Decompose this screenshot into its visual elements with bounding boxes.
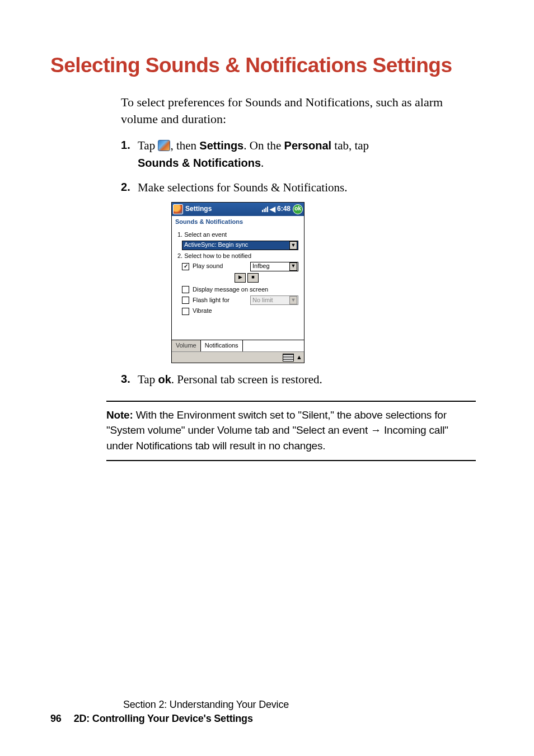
step-1-personal: Personal	[284, 139, 331, 152]
page-title: Selecting Sounds & Notifications Setting…	[50, 54, 484, 77]
vibrate-checkbox[interactable]	[182, 308, 189, 315]
footer-section: Section 2: Understanding Your Device	[50, 699, 289, 711]
flash-light-label: Flash light for	[193, 296, 229, 305]
flash-duration-dropdown: No limit ▼	[250, 295, 298, 305]
start-icon	[158, 140, 170, 151]
ppc-titlebar: Settings ◀ 6:48 ok	[172, 203, 304, 216]
step-1: Tap , then Settings. On the Personal tab…	[121, 137, 479, 171]
footer-chapter: 2D: Controlling Your Device's Settings	[74, 713, 253, 724]
step-2: Make selections for Sounds & Notificatio…	[121, 179, 479, 363]
step-3-ok: ok	[158, 373, 171, 386]
ok-button[interactable]: ok	[293, 204, 303, 214]
display-message-row: Display message on screen	[182, 285, 298, 294]
play-sound-row: ✓ Play sound Infbeg ▼	[182, 262, 298, 271]
clock-time: 6:48	[277, 204, 291, 214]
keyboard-icon[interactable]	[283, 354, 294, 361]
step-3-text-a: Tap	[138, 373, 158, 386]
start-menu-icon[interactable]	[173, 204, 183, 214]
note-block: Note: With the Environment switch set to…	[106, 401, 476, 462]
speaker-icon: ◀	[270, 205, 275, 213]
display-message-checkbox[interactable]	[182, 286, 189, 293]
step-2-text: Make selections for Sounds & Notificatio…	[138, 181, 347, 194]
flash-light-checkbox[interactable]	[182, 297, 189, 304]
flash-light-row: Flash light for No limit ▼	[182, 295, 298, 305]
label-select-event: 1. Select an event	[177, 231, 299, 240]
label-how-notified: 2. Select how to be notified	[177, 252, 299, 261]
step-3-text-b: . Personal tab screen is restored.	[171, 373, 322, 386]
ppc-window-title: Settings	[185, 204, 262, 214]
steps-list: Tap , then Settings. On the Personal tab…	[121, 137, 479, 388]
play-sound-checkbox[interactable]: ✓	[182, 263, 189, 270]
signal-icon	[262, 206, 268, 212]
chevron-down-icon: ▼	[289, 262, 297, 271]
step-1-text-b: , then	[170, 139, 199, 152]
sound-dropdown[interactable]: Infbeg ▼	[250, 262, 298, 271]
stop-button[interactable]: ■	[247, 273, 259, 283]
step-1-text-e: .	[261, 156, 264, 170]
vibrate-row: Vibrate	[182, 307, 298, 316]
chevron-down-icon: ▼	[289, 296, 297, 304]
embedded-screenshot: Settings ◀ 6:48 ok Sounds & Notification…	[171, 202, 479, 364]
event-dropdown-value: ActiveSync: Begin sync	[184, 241, 248, 250]
step-1-text-c: . On the	[243, 139, 284, 152]
input-panel-arrow-icon[interactable]: ▲	[296, 353, 302, 362]
step-1-text-a: Tap	[138, 139, 158, 152]
arrow-right-icon: →	[371, 424, 381, 436]
play-sound-label: Play sound	[193, 262, 223, 271]
ppc-window: Settings ◀ 6:48 ok Sounds & Notification…	[171, 202, 305, 364]
chevron-down-icon: ▼	[289, 241, 297, 250]
vibrate-label: Vibrate	[193, 307, 212, 316]
page-footer: Section 2: Understanding Your Device 962…	[50, 699, 289, 725]
play-button[interactable]: ▶	[235, 273, 246, 283]
step-1-sn: Sounds & Notifications	[138, 157, 261, 169]
intro-paragraph: To select preferences for Sounds and Not…	[121, 94, 479, 127]
tab-volume[interactable]: Volume	[172, 340, 201, 351]
ppc-page-heading: Sounds & Notifications	[172, 216, 304, 229]
step-1-settings: Settings	[199, 139, 243, 152]
flash-duration-value: No limit	[252, 296, 273, 305]
note-label: Note:	[106, 409, 133, 421]
status-icons: ◀ 6:48	[262, 204, 291, 214]
step-3: Tap ok. Personal tab screen is restored.	[121, 371, 479, 388]
tab-notifications[interactable]: Notifications	[201, 340, 243, 351]
display-message-label: Display message on screen	[193, 285, 268, 294]
page-number: 96	[50, 713, 62, 724]
ppc-tab-strip: Volume Notifications	[172, 340, 304, 351]
step-1-text-d: tab, tap	[331, 139, 369, 152]
sound-dropdown-value: Infbeg	[252, 262, 270, 271]
event-dropdown[interactable]: ActiveSync: Begin sync ▼	[182, 241, 298, 250]
ppc-bottom-bar: ▲	[172, 351, 304, 363]
